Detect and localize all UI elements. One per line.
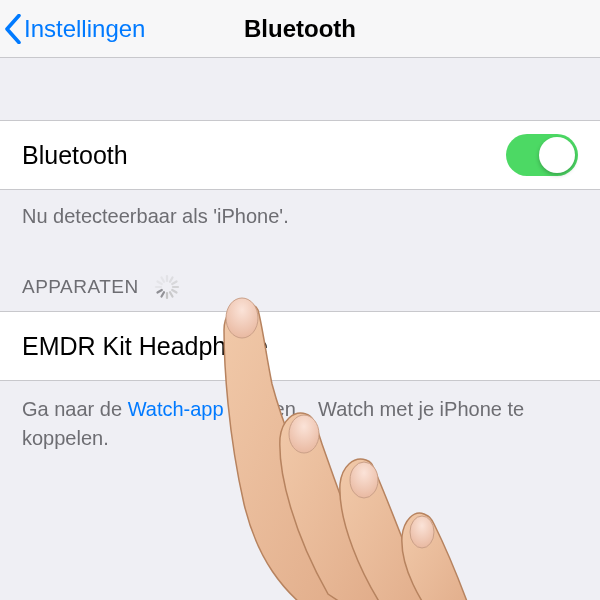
svg-point-14 (350, 462, 378, 498)
bluetooth-label: Bluetooth (22, 141, 128, 170)
toggle-knob (539, 137, 575, 173)
svg-line-5 (170, 292, 173, 296)
devices-header-label: APPARATEN (22, 276, 139, 298)
chevron-left-icon (4, 14, 22, 44)
discoverable-caption: Nu detecteerbaar als 'iPhone'. (0, 190, 600, 231)
svg-line-2 (172, 282, 176, 285)
device-row[interactable]: EMDR Kit Headphone (0, 311, 600, 381)
svg-line-4 (172, 290, 176, 293)
footer-caption: Ga naar de Watch-app om een e Watch met … (0, 381, 600, 453)
bluetooth-toggle-row[interactable]: Bluetooth (0, 120, 600, 190)
device-name: EMDR Kit Headphone (22, 332, 268, 361)
footer-mid: om een (224, 398, 302, 420)
navbar: Instellingen Bluetooth (0, 0, 600, 58)
svg-line-10 (157, 282, 161, 285)
watch-app-link[interactable]: Watch-app (128, 398, 224, 420)
devices-section-header: APPARATEN (0, 231, 600, 311)
svg-point-15 (410, 516, 434, 548)
svg-line-8 (157, 290, 161, 293)
back-button[interactable]: Instellingen (0, 14, 145, 44)
footer-pre: Ga naar de (22, 398, 128, 420)
page-title: Bluetooth (244, 15, 356, 43)
svg-line-11 (161, 277, 164, 281)
back-label: Instellingen (24, 15, 145, 43)
svg-line-7 (161, 292, 164, 296)
spinner-icon (153, 273, 181, 301)
bluetooth-toggle[interactable] (506, 134, 578, 176)
spacer (0, 58, 600, 120)
svg-line-1 (170, 277, 173, 281)
